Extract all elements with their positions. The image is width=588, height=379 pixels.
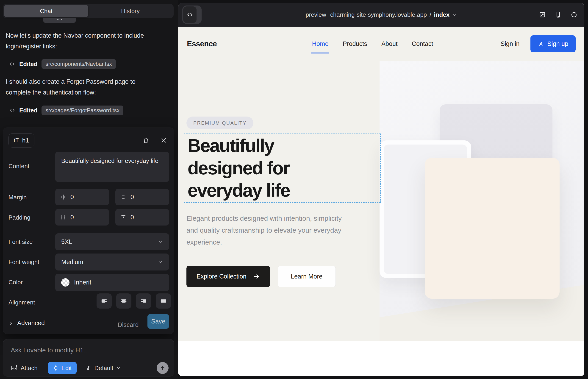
mode-select[interactable]: Default	[85, 364, 121, 372]
site-navbar: Essence Home Products About Contact Sign…	[178, 27, 584, 61]
typography-icon: tT	[14, 137, 19, 144]
color-select[interactable]: Inherit	[55, 274, 169, 291]
nav-link-about[interactable]: About	[381, 40, 398, 47]
site-canvas: Essence Home Products About Contact Sign…	[178, 27, 584, 376]
chat-composer[interactable]: Ask Lovable to modify H1... Attach Edit …	[3, 339, 174, 377]
composer-placeholder[interactable]: Ask Lovable to modify H1...	[11, 347, 89, 354]
learn-more-button[interactable]: Learn More	[278, 266, 336, 287]
align-left-button[interactable]	[96, 293, 112, 309]
padding-horizontal-icon	[60, 214, 66, 220]
nav-link-contact[interactable]: Contact	[412, 40, 433, 47]
phone-icon	[555, 11, 561, 18]
align-right-button[interactable]	[136, 293, 151, 309]
external-link-icon	[539, 11, 546, 18]
margin-horizontal-icon	[60, 194, 66, 200]
page-name: index	[434, 11, 449, 18]
composer-toolbar: Attach Edit Default	[11, 362, 169, 374]
section-below-hero	[178, 341, 584, 376]
send-button[interactable]	[157, 362, 169, 374]
color-swatch	[61, 278, 69, 286]
arrow-right-icon	[253, 273, 260, 280]
premium-quality-badge: PREMIUM QUALITY	[186, 117, 253, 129]
margin-x-input[interactable]: 0	[55, 189, 109, 205]
font-weight-select[interactable]: Medium	[55, 253, 169, 270]
element-tag-label: h1	[22, 137, 29, 144]
file-chip[interactable]: src/components/Navbar.tsx	[42, 59, 116, 69]
align-justify-button[interactable]	[156, 293, 171, 309]
assistant-message: I should also create a Forgot Password p…	[6, 76, 153, 98]
edit-mode-button[interactable]: Edit	[48, 362, 77, 374]
element-editor-panel: tT h1 Content Beautifully designed for e…	[3, 127, 174, 334]
nav-link-products[interactable]: Products	[343, 40, 367, 47]
site-logo[interactable]: Essence	[187, 39, 217, 48]
margin-label: Margin	[8, 194, 27, 201]
mobile-view-button[interactable]	[555, 11, 561, 18]
content-input[interactable]: Beautifully designed for everyday life	[55, 152, 169, 182]
preview-topbar: preview--charming-site-symphony.lovable.…	[178, 3, 584, 27]
site-nav-links: Home Products About Contact	[312, 40, 433, 47]
alignment-group	[96, 293, 171, 309]
target-icon	[53, 365, 59, 371]
sliders-icon	[85, 365, 92, 371]
selected-element-tag: tT h1	[8, 133, 34, 147]
h1-selection-outline[interactable]: Beautifully designed for everyday life	[184, 134, 381, 203]
refresh-icon	[571, 11, 577, 18]
url-separator: /	[430, 11, 431, 18]
padding-y-input[interactable]: 0	[115, 209, 169, 225]
margin-y-input[interactable]: 0	[115, 189, 169, 205]
code-icon	[9, 107, 15, 113]
arrow-up-icon	[159, 365, 166, 371]
file-chip[interactable]: src/pages/ForgotPassword.tsx	[42, 106, 123, 115]
color-label: Color	[8, 279, 23, 286]
edited-file-row[interactable]: Edited src/pages/ForgotPassword.tsx	[9, 106, 123, 115]
url-text: preview--charming-site-symphony.lovable.…	[306, 11, 427, 18]
chat-history-tabbar: Chat History	[3, 4, 174, 18]
edited-file-row[interactable]: Edited src/components/Navbar.tsx	[9, 59, 116, 69]
margin-vertical-icon	[120, 194, 126, 200]
discard-button[interactable]: Discard	[118, 321, 139, 329]
chevron-down-icon	[116, 366, 121, 370]
alignment-label: Alignment	[8, 299, 35, 306]
hero-cta-row: Explore Collection Learn More	[186, 266, 336, 287]
chevron-down-icon	[157, 259, 163, 265]
sign-in-link[interactable]: Sign in	[501, 40, 520, 47]
user-icon	[538, 41, 544, 47]
assistant-message: Now let's update the Navbar component to…	[6, 30, 153, 52]
chevron-down-icon	[452, 13, 457, 17]
tab-history[interactable]: History	[88, 5, 172, 17]
hero-headline[interactable]: Beautifully designed for everyday life	[187, 134, 325, 202]
site-auth-actions: Sign in Sign up	[501, 35, 576, 52]
padding-vertical-icon	[120, 214, 126, 220]
padding-x-input[interactable]: 0	[55, 209, 109, 225]
edited-label: Edited	[19, 107, 37, 114]
nav-link-home[interactable]: Home	[312, 40, 328, 47]
font-size-select[interactable]: 5XL	[55, 233, 169, 250]
scrolled-chip-partial	[43, 18, 76, 23]
chat-panel: Chat History Now let's update the Navbar…	[0, 0, 178, 379]
preview-frame: preview--charming-site-symphony.lovable.…	[178, 3, 584, 376]
open-external-button[interactable]	[539, 11, 546, 18]
hero-card-cream	[425, 158, 559, 299]
code-icon	[9, 61, 15, 67]
image-attach-icon	[11, 364, 18, 371]
save-button[interactable]: Save	[147, 314, 169, 329]
padding-label: Padding	[8, 214, 30, 221]
tab-chat[interactable]: Chat	[4, 5, 88, 17]
hero-paragraph: Elegant products designed with intention…	[186, 212, 347, 248]
chevron-right-icon	[8, 321, 14, 326]
edited-label: Edited	[19, 61, 37, 68]
font-weight-label: Font weight	[8, 259, 39, 266]
chevron-down-icon	[157, 239, 163, 245]
close-editor-button[interactable]	[158, 135, 169, 146]
content-label: Content	[8, 163, 29, 170]
font-size-label: Font size	[8, 238, 33, 245]
topbar-actions	[539, 3, 577, 27]
delete-element-button[interactable]	[140, 135, 151, 146]
preview-url[interactable]: preview--charming-site-symphony.lovable.…	[178, 3, 584, 27]
sign-up-button[interactable]: Sign up	[530, 35, 576, 52]
refresh-button[interactable]	[571, 11, 577, 18]
align-center-button[interactable]	[116, 293, 131, 309]
attach-button[interactable]: Attach	[11, 364, 38, 372]
explore-collection-button[interactable]: Explore Collection	[186, 266, 270, 287]
advanced-toggle[interactable]: Advanced	[8, 320, 45, 327]
